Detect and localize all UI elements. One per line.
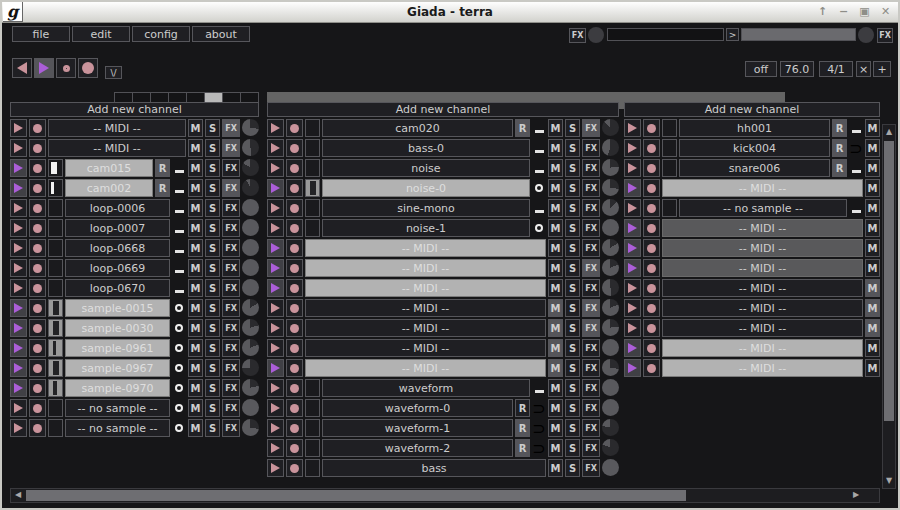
channel-name-button[interactable]: noise — [322, 159, 530, 177]
record-actions-button[interactable] — [56, 58, 76, 78]
channel-name-button[interactable]: -- MIDI -- — [305, 319, 546, 337]
scroll-up-icon[interactable]: ▲ — [883, 126, 895, 138]
mute-button[interactable]: M — [548, 439, 563, 457]
channel-fx-button[interactable]: FX — [582, 139, 600, 157]
channel-play-button[interactable] — [624, 119, 641, 137]
channel-play-button[interactable] — [624, 179, 641, 197]
channel-play-button[interactable] — [624, 219, 641, 237]
channel-volume-knob[interactable] — [602, 419, 619, 436]
channel-name-button[interactable]: -- MIDI -- — [662, 359, 863, 377]
channel-play-button[interactable] — [10, 259, 27, 277]
channel-name-button[interactable]: sine-mono — [322, 199, 530, 217]
channel-volume-knob[interactable] — [242, 119, 259, 136]
channel-record-button[interactable] — [286, 359, 303, 377]
channel-mode-icon[interactable]: ⊃ — [849, 139, 863, 157]
solo-button[interactable]: S — [565, 339, 580, 357]
channel-fx-button[interactable]: FX — [582, 439, 600, 457]
channel-fx-button[interactable]: FX — [222, 179, 240, 197]
channel-play-button[interactable] — [267, 159, 284, 177]
channel-play-button[interactable] — [10, 159, 27, 177]
channel-name-button[interactable]: -- MIDI -- — [48, 119, 186, 137]
channel-play-button[interactable] — [267, 259, 284, 277]
channel-volume-knob[interactable] — [602, 139, 619, 156]
channel-play-button[interactable] — [267, 459, 284, 477]
channel-name-button[interactable]: sample-0967 — [65, 359, 170, 377]
mute-button[interactable]: M — [548, 299, 563, 317]
channel-volume-knob[interactable] — [242, 279, 259, 296]
channel-play-button[interactable] — [624, 259, 641, 277]
channel-fx-button[interactable]: FX — [582, 259, 600, 277]
solo-button[interactable]: S — [205, 179, 220, 197]
mute-button[interactable]: M — [188, 279, 203, 297]
solo-button[interactable]: S — [205, 359, 220, 377]
channel-record-button[interactable] — [286, 219, 303, 237]
channel-record-button[interactable] — [29, 379, 46, 397]
solo-button[interactable]: S — [565, 159, 580, 177]
channel-fx-button[interactable]: FX — [222, 299, 240, 317]
channel-name-button[interactable]: -- MIDI -- — [305, 339, 546, 357]
channel-fx-button[interactable]: FX — [222, 319, 240, 337]
read-actions-button[interactable]: R — [832, 139, 847, 157]
channel-record-button[interactable] — [286, 339, 303, 357]
channel-name-button[interactable]: snare006 — [679, 159, 830, 177]
channel-play-button[interactable] — [10, 359, 27, 377]
channel-play-button[interactable] — [624, 199, 641, 217]
channel-play-button[interactable] — [624, 339, 641, 357]
channel-play-button[interactable] — [10, 299, 27, 317]
channel-fx-button[interactable]: FX — [582, 119, 600, 137]
read-actions-button[interactable]: R — [515, 399, 530, 417]
solo-button[interactable]: S — [205, 119, 220, 137]
channel-mode-icon[interactable] — [532, 219, 546, 237]
channel-volume-knob[interactable] — [242, 199, 259, 216]
scroll-down-icon[interactable]: ▼ — [883, 475, 895, 487]
mute-button[interactable]: M — [865, 119, 880, 137]
read-actions-button[interactable]: R — [515, 439, 530, 457]
menu-config-button[interactable]: config — [132, 26, 190, 42]
mute-button[interactable]: M — [188, 159, 203, 177]
channel-volume-knob[interactable] — [602, 339, 619, 356]
mute-button[interactable]: M — [188, 239, 203, 257]
channel-name-button[interactable]: bass — [322, 459, 546, 477]
channel-name-button[interactable]: sample-0961 — [65, 339, 170, 357]
channel-fx-button[interactable]: FX — [222, 419, 240, 437]
channel-record-button[interactable] — [643, 219, 660, 237]
master-in-fx-button[interactable]: FX — [569, 28, 586, 43]
beat-divide-button[interactable]: + — [873, 61, 891, 77]
mute-button[interactable]: M — [188, 419, 203, 437]
channel-name-button[interactable]: -- MIDI -- — [305, 239, 546, 257]
channel-name-button[interactable]: -- no sample -- — [679, 199, 847, 217]
channel-volume-knob[interactable] — [242, 259, 259, 276]
channel-record-button[interactable] — [29, 299, 46, 317]
channel-play-button[interactable] — [267, 319, 284, 337]
channel-volume-knob[interactable] — [602, 279, 619, 296]
channel-name-button[interactable]: -- MIDI -- — [662, 299, 863, 317]
channel-record-button[interactable] — [29, 239, 46, 257]
channel-play-button[interactable] — [624, 319, 641, 337]
channel-record-button[interactable] — [286, 459, 303, 477]
channel-fx-button[interactable]: FX — [582, 399, 600, 417]
channel-mode-icon[interactable] — [172, 419, 186, 437]
channel-volume-knob[interactable] — [602, 219, 619, 236]
channel-fx-button[interactable]: FX — [582, 359, 600, 377]
master-out-fx-button[interactable]: FX — [877, 28, 893, 43]
channel-record-button[interactable] — [286, 199, 303, 217]
channel-play-button[interactable] — [267, 279, 284, 297]
solo-button[interactable]: S — [565, 439, 580, 457]
solo-button[interactable]: S — [205, 279, 220, 297]
channel-play-button[interactable] — [624, 279, 641, 297]
channel-mode-icon[interactable] — [172, 359, 186, 377]
mute-button[interactable]: M — [188, 259, 203, 277]
scroll-right-icon[interactable]: ▶ — [850, 489, 862, 501]
channel-mode-icon[interactable] — [172, 379, 186, 397]
channel-name-button[interactable]: -- MIDI -- — [662, 219, 863, 237]
rewind-button[interactable] — [12, 58, 32, 78]
vertical-scrollbar[interactable]: ▲ ▼ — [882, 124, 896, 489]
channel-play-button[interactable] — [624, 159, 641, 177]
solo-button[interactable]: S — [565, 319, 580, 337]
channel-fx-button[interactable]: FX — [222, 359, 240, 377]
channel-fx-button[interactable]: FX — [222, 159, 240, 177]
channel-volume-knob[interactable] — [242, 379, 259, 396]
channel-play-button[interactable] — [624, 139, 641, 157]
solo-button[interactable]: S — [205, 139, 220, 157]
channel-play-button[interactable] — [267, 179, 284, 197]
